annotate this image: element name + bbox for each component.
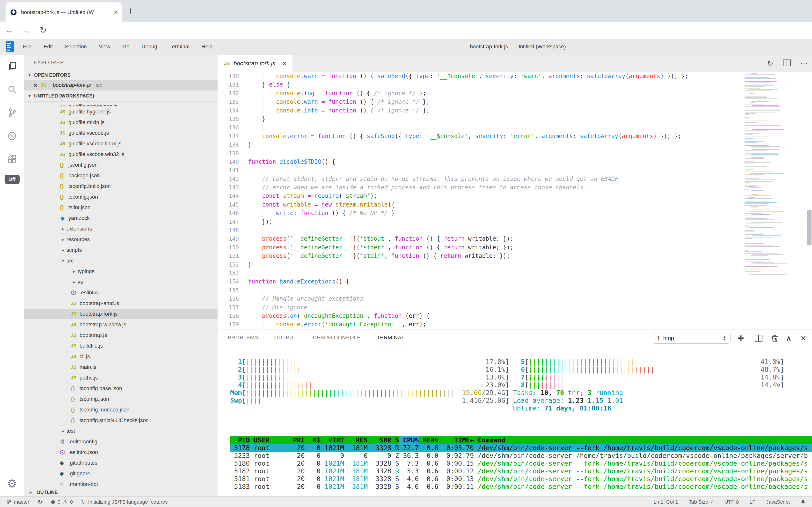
split-editor-icon[interactable] bbox=[783, 59, 791, 67]
tree-item-gulpfile.hygiene.js[interactable]: JSgulpfile.hygiene.js bbox=[24, 106, 217, 117]
close-panel-icon[interactable]: × bbox=[801, 330, 806, 347]
tree-item-scripts[interactable]: ▸scripts bbox=[24, 245, 217, 256]
tree-item-.gitignore[interactable]: ◆.gitignore bbox=[24, 468, 217, 479]
menu-debug[interactable]: Debug bbox=[136, 44, 164, 50]
code-editor[interactable]: 130console.warn = function () { safeSend… bbox=[217, 72, 812, 329]
menu-selection[interactable]: Selection bbox=[59, 44, 93, 50]
tree-item-tslint.json[interactable]: {}tslint.json bbox=[24, 202, 217, 213]
htop-col-mem%[interactable]: MEM% bbox=[419, 436, 438, 444]
tree-item-test[interactable]: ▸test bbox=[24, 426, 217, 436]
source-control-icon[interactable] bbox=[0, 101, 24, 124]
debug-disabled-icon[interactable] bbox=[0, 124, 24, 148]
htop-col-res[interactable]: RES bbox=[344, 436, 368, 444]
process-row-5180[interactable]: 5180 root 20 0 1021M 181M 3328 S 7.3 0.6… bbox=[230, 460, 812, 467]
tree-item-tsconfig.strictNullChecks.json[interactable]: {}tsconfig.strictNullChecks.json bbox=[24, 415, 217, 426]
menu-edit[interactable]: Edit bbox=[38, 44, 59, 50]
problems-indicator[interactable]: ⊗ 0 ⚠ 0 bbox=[51, 499, 73, 505]
terminal[interactable]: 1[||||||||||||| 17.8%] 2[|||||||||||||| … bbox=[217, 347, 812, 489]
tree-item-src[interactable]: ▾src bbox=[24, 256, 217, 266]
workspace-header[interactable]: ▾ UNTITLED (WORKSPACE) bbox=[24, 91, 217, 101]
tree-item-.gitattributes[interactable]: ◆.gitattributes bbox=[24, 458, 217, 468]
reload-icon[interactable]: ↻ bbox=[38, 25, 48, 35]
htop-col-pid[interactable]: PID bbox=[230, 436, 250, 444]
tree-item-typings[interactable]: ▸typings bbox=[24, 266, 217, 277]
scrollbar-thumb[interactable] bbox=[807, 210, 812, 245]
editor-tab[interactable]: JS bootstrap-fork.js × bbox=[217, 55, 293, 72]
tree-item-.eslintrc[interactable]: .eslintrc bbox=[24, 287, 217, 298]
kill-terminal-icon[interactable] bbox=[771, 330, 778, 347]
tree-item-bootstrap-fork.js[interactable]: JSbootstrap-fork.js bbox=[24, 308, 217, 319]
htop-col-time+[interactable]: TIME+ bbox=[439, 436, 474, 444]
explorer-icon[interactable] bbox=[0, 55, 24, 78]
menu-help[interactable]: Help bbox=[196, 44, 218, 50]
process-row-5178[interactable]: 5178 root 20 0 1021M 181M 3328 R 72.7 0.… bbox=[230, 444, 812, 452]
settings-gear-icon[interactable]: ⚙ bbox=[7, 477, 17, 490]
menu-go[interactable]: Go bbox=[116, 44, 135, 50]
status-utf-8[interactable]: UTF-8 bbox=[725, 499, 739, 505]
htop-col-shr[interactable]: SHR bbox=[368, 436, 391, 444]
outline-header[interactable]: ▸ OUTLINE bbox=[24, 488, 217, 496]
htop-col-cpu%[interactable]: CPU% bbox=[399, 436, 419, 444]
status-javascript[interactable]: JavaScript bbox=[766, 499, 790, 505]
tree-item-yarn.lock[interactable]: yarn.lock bbox=[24, 213, 217, 224]
tree-item-jsconfig.json[interactable]: {}jsconfig.json bbox=[24, 160, 217, 170]
tab-close-icon[interactable]: × bbox=[283, 60, 286, 67]
panel-tab-terminal[interactable]: TERMINAL bbox=[377, 330, 404, 346]
tree-item-gulpfile.vscode.win32.js[interactable]: JSgulpfile.vscode.win32.js bbox=[24, 149, 217, 160]
process-row-5181[interactable]: 5181 root 20 0 1021M 181M 3328 S 4.6 0.6… bbox=[230, 475, 812, 483]
tab-close-icon[interactable]: × bbox=[114, 8, 118, 16]
off-badge[interactable]: Off bbox=[5, 175, 19, 184]
split-terminal-icon[interactable] bbox=[755, 330, 762, 347]
htop-col-command[interactable]: Command bbox=[474, 436, 505, 444]
panel-tab-problems[interactable]: PROBLEMS bbox=[228, 330, 258, 346]
open-editor-item[interactable]: × JS bootstrap-fork.js src bbox=[24, 80, 217, 91]
extensions-icon[interactable] bbox=[0, 148, 24, 171]
tree-item-.mention-bot[interactable]: ≡.mention-bot bbox=[24, 479, 217, 488]
tree-item-bootstrap-amd.js[interactable]: JSbootstrap-amd.js bbox=[24, 298, 217, 308]
tree-item-resources[interactable]: ▸resources bbox=[24, 234, 217, 245]
close-icon[interactable]: × bbox=[34, 81, 37, 89]
menu-terminal[interactable]: Terminal bbox=[163, 44, 195, 50]
status-ln-1-col-1[interactable]: Ln 1, Col 1 bbox=[653, 499, 678, 505]
new-terminal-icon[interactable]: + bbox=[738, 330, 744, 347]
tree-item-gulpfile.extensions.js[interactable]: JSgulpfile.extensions.js bbox=[24, 101, 217, 106]
tree-item-.eslintrc.json[interactable]: .eslintrc.json bbox=[24, 447, 217, 458]
search-icon[interactable] bbox=[0, 78, 24, 101]
tree-item-cli.js[interactable]: JScli.js bbox=[24, 351, 217, 362]
notifications-bell[interactable] bbox=[800, 499, 806, 505]
status-lf[interactable]: LF bbox=[749, 499, 755, 505]
new-tab-button[interactable]: + bbox=[128, 5, 134, 17]
tree-item-main.js[interactable]: JSmain.js bbox=[24, 362, 217, 373]
tree-item-tsconfig.build.json[interactable]: {}tsconfig.build.json bbox=[24, 181, 217, 191]
browser-tab[interactable]: bootstrap-fork.js — Untitled (W × bbox=[6, 2, 122, 22]
panel-tab-debug-console[interactable]: DEBUG CONSOLE bbox=[313, 330, 361, 346]
tree-item-vs[interactable]: ▸vs bbox=[24, 277, 217, 287]
tree-item-gulpfile.vscode.linux.js[interactable]: JSgulpfile.vscode.linux.js bbox=[24, 138, 217, 149]
forward-icon[interactable]: → bbox=[21, 25, 32, 35]
tree-item-tsconfig.json[interactable]: {}tsconfig.json bbox=[24, 191, 217, 202]
sync-icon[interactable]: ↻ bbox=[767, 59, 773, 68]
language-status[interactable]: ↻ Initializing JS/TS language features bbox=[81, 499, 168, 505]
htop-col-user[interactable]: USER bbox=[250, 436, 289, 444]
open-editors-header[interactable]: ▾ OPEN EDITORS bbox=[24, 70, 217, 80]
terminal-select[interactable]: 1: htop ▲▼ bbox=[653, 333, 731, 344]
tree-item-tsconfig.json[interactable]: {}tsconfig.json bbox=[24, 394, 217, 404]
tree-item-paths.js[interactable]: JSpaths.js bbox=[24, 373, 217, 383]
process-row-5233[interactable]: 5233 root 20 0 0 0 0 Z 36.3 0.0 0:02.79 … bbox=[230, 452, 812, 460]
sync-status[interactable]: ↻ bbox=[38, 499, 42, 505]
panel-tab-output[interactable]: OUTPUT bbox=[274, 330, 297, 346]
menu-file[interactable]: File bbox=[17, 44, 38, 50]
htop-col-ni[interactable]: NI bbox=[305, 436, 321, 444]
tree-item-package.json[interactable]: {}package.json bbox=[24, 170, 217, 181]
minimap[interactable] bbox=[744, 73, 786, 315]
menu-view[interactable]: View bbox=[93, 44, 116, 50]
htop-col-pri[interactable]: PRI bbox=[289, 436, 305, 444]
back-icon[interactable]: ← bbox=[4, 25, 15, 35]
status-tab-size-4[interactable]: Tab Size: 4 bbox=[689, 499, 714, 505]
tree-item-gulpfile.vscode.js[interactable]: JSgulpfile.vscode.js bbox=[24, 128, 217, 138]
process-row-5183[interactable]: 5183 root 20 0 1021M 181M 3328 S 4.0 0.6… bbox=[230, 483, 812, 489]
tree-item-tsconfig.monaco.json[interactable]: {}tsconfig.monaco.json bbox=[24, 404, 217, 415]
tree-item-bootstrap-window.js[interactable]: JSbootstrap-window.js bbox=[24, 319, 217, 330]
tree-item-bootstrap.js[interactable]: JSbootstrap.js bbox=[24, 330, 217, 341]
tree-item-.editorconfig[interactable]: ⚙.editorconfig bbox=[24, 436, 217, 447]
